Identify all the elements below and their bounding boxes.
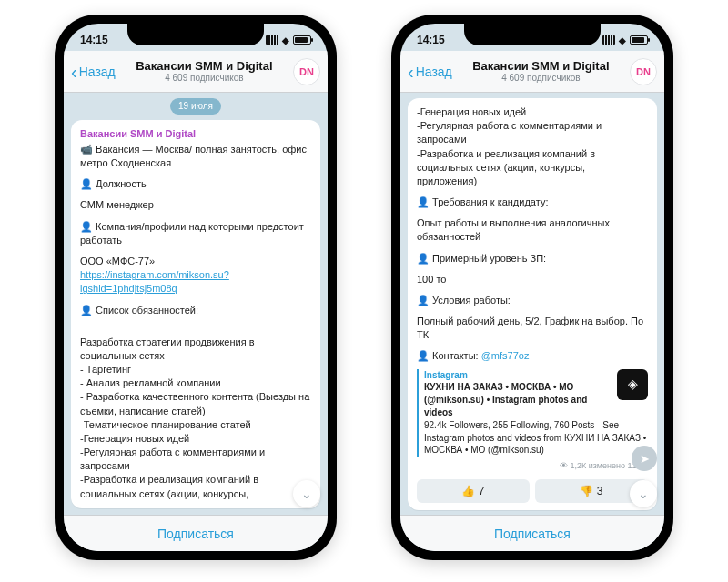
msg-line: 📹 Вакансия — Москва/ полная занятость, о… [80, 143, 311, 170]
avatar[interactable]: DN [630, 58, 657, 85]
clock: 14:15 [80, 34, 108, 46]
role-value: СММ менеджер [80, 198, 311, 212]
screen: 14:15 ‹ Назад Вакансии SMM и Digital 4 6… [400, 24, 664, 551]
chevron-left-icon: ‹ [71, 63, 77, 81]
back-label: Назад [79, 65, 116, 79]
instagram-thumb-icon: ◈ [617, 369, 648, 400]
signal-icon [266, 35, 278, 45]
reaction-count: 3 [597, 485, 603, 497]
title-area[interactable]: Вакансии SMM и Digital 4 609 подписчиков [121, 60, 288, 83]
nav-header: ‹ Назад Вакансии SMM и Digital 4 609 под… [64, 51, 328, 93]
company-heading: 👤 Компания/профили над которыми предстои… [80, 220, 311, 247]
chevron-down-icon: ⌄ [638, 487, 649, 501]
role-heading: 👤 Должность [80, 177, 311, 191]
instagram-link[interactable]: https://instagram.com/mikson.su?igshid=1… [80, 269, 229, 294]
duties-intro: Разработка стратегии продвижения в социа… [80, 336, 311, 363]
thumbs-up-icon: 👍 [461, 485, 475, 497]
company-name: ООО «МФС-77» [80, 256, 155, 266]
wifi-icon [282, 34, 289, 46]
screen: 14:15 ‹ Назад Вакансии SMM и Digital 4 6… [64, 24, 328, 551]
share-icon: ➤ [640, 452, 650, 466]
scroll-down-button[interactable]: ⌄ [630, 480, 657, 507]
back-label: Назад [416, 65, 452, 79]
iphone-mockup-left: 14:15 ‹ Назад Вакансии SMM и Digital 4 6… [55, 15, 337, 560]
subscribe-button[interactable]: Подписаться [64, 515, 328, 551]
duty-item: -Генерация новых идей [80, 432, 311, 446]
cond-value: Полный рабочий день, 5/2, График на выбо… [417, 315, 648, 342]
duty-item: -Регулярная работа с комментариями и зап… [80, 446, 311, 473]
subscriber-count: 4 609 подписчиков [121, 73, 288, 83]
duties-heading: 👤 Список обязанностей: [80, 304, 311, 317]
scroll-down-button[interactable]: ⌄ [293, 480, 320, 507]
preview-text: 92.4k Followers, 255 Following, 760 Post… [424, 419, 648, 457]
duty-item: -Разработка и реализация компаний в соци… [80, 473, 311, 500]
channel-title: Вакансии SMM и Digital [121, 60, 288, 73]
subscriber-count: 4 609 подписчиков [458, 73, 624, 83]
wifi-icon [619, 34, 626, 46]
cond-heading: 👤 Условия работы: [417, 294, 648, 307]
message-bubble[interactable]: Вакансии SMM и Digital 📹 Вакансия — Моск… [71, 120, 320, 508]
chevron-left-icon: ‹ [408, 63, 414, 81]
chat-area[interactable]: 19 июля Вакансии SMM и Digital 📹 Ваканси… [64, 93, 328, 515]
notch [127, 24, 264, 45]
chevron-down-icon: ⌄ [301, 487, 312, 501]
contacts-heading: 👤 Контакты: [417, 350, 479, 361]
preview-source: Instagram [424, 369, 648, 382]
duty-item: -Тематическое планирование статей [80, 418, 311, 432]
battery-icon [630, 35, 648, 45]
duty-item: - Разработка качественного контента (Вые… [80, 390, 311, 417]
signal-icon [602, 35, 615, 45]
reaction-count: 7 [479, 485, 485, 497]
title-area[interactable]: Вакансии SMM и Digital 4 609 подписчиков [458, 60, 624, 83]
message-meta: 👁 1,2К изменено 11:00 [417, 460, 648, 471]
nav-header: ‹ Назад Вакансии SMM и Digital 4 609 под… [400, 51, 664, 93]
thumbs-down-icon: 👎 [580, 485, 593, 497]
duty-item: - Таргетинг [80, 363, 311, 376]
preview-title: КУХНИ НА ЗАКАЗ • МОСКВА • МО (@mikson.su… [424, 381, 648, 418]
chat-area[interactable]: -Генерация новых идей -Регулярная работа… [400, 93, 664, 515]
msg-line: -Генерация новых идей [417, 105, 648, 119]
contact-handle[interactable]: @mfs77oz [481, 350, 530, 361]
back-button[interactable]: ‹ Назад [408, 63, 452, 81]
share-button[interactable]: ➤ [632, 446, 657, 471]
req-heading: 👤 Требования к кандидату: [417, 196, 648, 209]
iphone-mockup-right: 14:15 ‹ Назад Вакансии SMM и Digital 4 6… [391, 15, 673, 560]
back-button[interactable]: ‹ Назад [71, 63, 116, 81]
reaction-like[interactable]: 👍 7 [417, 479, 530, 504]
date-separator: 19 июля [170, 98, 221, 115]
link-preview[interactable]: ◈ Instagram КУХНИ НА ЗАКАЗ • МОСКВА • МО… [417, 369, 648, 457]
msg-line: -Регулярная работа с комментариями и зап… [417, 119, 648, 146]
notch [464, 24, 601, 45]
clock: 14:15 [417, 34, 445, 46]
battery-icon [293, 35, 311, 45]
duty-item: - Анализ рекламной компании [80, 376, 311, 390]
message-bubble[interactable]: -Генерация новых идей -Регулярная работа… [408, 98, 657, 510]
subscribe-button[interactable]: Подписаться [400, 515, 664, 551]
salary-value: 100 то [417, 273, 648, 286]
req-value: Опыт работы и выполнения аналогичных обя… [417, 216, 648, 244]
msg-line: -Разработка и реализация компаний в соци… [417, 147, 648, 189]
reactions-bar: 👍 7 👎 3 [417, 479, 648, 504]
channel-title: Вакансии SMM и Digital [458, 60, 624, 73]
channel-name: Вакансии SMM и Digital [80, 127, 311, 141]
salary-heading: 👤 Примерный уровень ЗП: [417, 252, 648, 266]
avatar[interactable]: DN [293, 58, 320, 85]
